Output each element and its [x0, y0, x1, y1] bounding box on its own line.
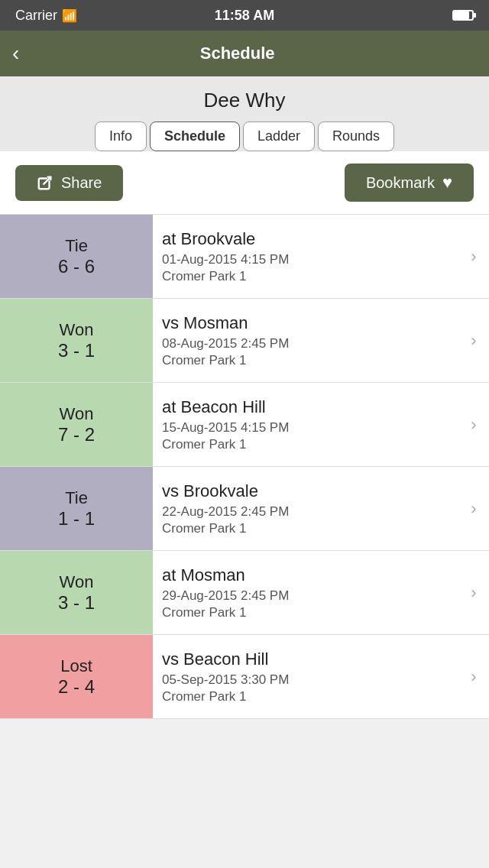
match-date: 29-Aug-2015 2:45 PM	[162, 588, 449, 604]
wifi-icon: 📶	[62, 8, 77, 23]
match-venue: Cromer Park 1	[162, 689, 449, 704]
result-score: 3 - 1	[58, 340, 95, 361]
match-venue: Cromer Park 1	[162, 521, 449, 536]
chevron-right-icon: ›	[458, 215, 489, 298]
header-section: Dee Why Info Schedule Ladder Rounds	[0, 76, 489, 151]
result-score: 3 - 1	[58, 592, 95, 614]
bookmark-button[interactable]: Bookmark ♥	[345, 164, 474, 202]
match-date: 01-Aug-2015 4:15 PM	[162, 252, 449, 267]
result-score: 1 - 1	[58, 508, 95, 530]
match-date: 22-Aug-2015 2:45 PM	[162, 504, 449, 520]
schedule-list: Tie 6 - 6 at Brookvale 01-Aug-2015 4:15 …	[0, 215, 489, 719]
schedule-row[interactable]: Won 3 - 1 vs Mosman 08-Aug-2015 2:45 PM …	[0, 299, 489, 383]
tab-schedule[interactable]: Schedule	[150, 121, 240, 151]
nav-bar: ‹ Schedule	[0, 31, 489, 76]
team-name: Dee Why	[0, 89, 489, 112]
chevron-right-icon: ›	[458, 635, 489, 718]
tab-rounds[interactable]: Rounds	[318, 121, 394, 151]
share-label: Share	[61, 174, 102, 192]
match-opponent: vs Beacon Hill	[162, 649, 449, 669]
heart-icon: ♥	[442, 173, 452, 193]
action-bar: Share Bookmark ♥	[0, 151, 489, 215]
match-info: at Brookvale 01-Aug-2015 4:15 PM Cromer …	[153, 215, 458, 298]
result-cell: Won 3 - 1	[0, 299, 153, 382]
match-opponent: at Brookvale	[162, 229, 449, 249]
match-info: at Mosman 29-Aug-2015 2:45 PM Cromer Par…	[153, 551, 458, 634]
result-score: 7 - 2	[58, 424, 95, 445]
chevron-right-icon: ›	[458, 551, 489, 634]
result-cell: Tie 6 - 6	[0, 215, 153, 298]
nav-title: Schedule	[31, 44, 443, 63]
match-opponent: vs Mosman	[162, 313, 449, 333]
result-cell: Lost 2 - 4	[0, 635, 153, 718]
match-opponent: at Mosman	[162, 565, 449, 585]
result-cell: Won 7 - 2	[0, 383, 153, 466]
match-info: at Beacon Hill 15-Aug-2015 4:15 PM Crome…	[153, 383, 458, 466]
carrier-label: Carrier	[15, 8, 57, 24]
battery-icon	[452, 10, 474, 21]
match-opponent: vs Brookvale	[162, 481, 449, 501]
match-venue: Cromer Park 1	[162, 269, 449, 284]
back-button[interactable]: ‹	[12, 43, 19, 64]
carrier-info: Carrier 📶	[15, 8, 77, 24]
result-cell: Tie 1 - 1	[0, 467, 153, 550]
match-venue: Cromer Park 1	[162, 353, 449, 368]
match-info: vs Mosman 08-Aug-2015 2:45 PM Cromer Par…	[153, 299, 458, 382]
tabs-bar: Info Schedule Ladder Rounds	[0, 121, 489, 151]
match-info: vs Brookvale 22-Aug-2015 2:45 PM Cromer …	[153, 467, 458, 550]
result-label: Tie	[65, 236, 88, 256]
chevron-right-icon: ›	[458, 383, 489, 466]
result-label: Tie	[65, 488, 88, 508]
schedule-row[interactable]: Lost 2 - 4 vs Beacon Hill 05-Sep-2015 3:…	[0, 635, 489, 719]
match-date: 15-Aug-2015 4:15 PM	[162, 420, 449, 436]
result-cell: Won 3 - 1	[0, 551, 153, 634]
schedule-row[interactable]: Tie 1 - 1 vs Brookvale 22-Aug-2015 2:45 …	[0, 467, 489, 551]
share-icon	[37, 174, 53, 191]
result-label: Won	[60, 320, 94, 340]
tab-ladder[interactable]: Ladder	[243, 121, 315, 151]
result-label: Lost	[60, 656, 92, 676]
bookmark-label: Bookmark	[366, 174, 435, 192]
match-venue: Cromer Park 1	[162, 437, 449, 452]
result-score: 2 - 4	[58, 676, 95, 698]
status-bar: Carrier 📶 11:58 AM	[0, 0, 489, 31]
status-time: 11:58 AM	[215, 8, 274, 24]
match-date: 08-Aug-2015 2:45 PM	[162, 336, 449, 351]
result-label: Won	[60, 404, 94, 424]
match-opponent: at Beacon Hill	[162, 397, 449, 417]
match-info: vs Beacon Hill 05-Sep-2015 3:30 PM Crome…	[153, 635, 458, 718]
chevron-right-icon: ›	[458, 299, 489, 382]
chevron-right-icon: ›	[458, 467, 489, 550]
schedule-row[interactable]: Won 7 - 2 at Beacon Hill 15-Aug-2015 4:1…	[0, 383, 489, 467]
schedule-row[interactable]: Won 3 - 1 at Mosman 29-Aug-2015 2:45 PM …	[0, 551, 489, 635]
result-label: Won	[60, 572, 94, 592]
result-score: 6 - 6	[58, 256, 95, 277]
match-date: 05-Sep-2015 3:30 PM	[162, 672, 449, 688]
match-venue: Cromer Park 1	[162, 605, 449, 620]
share-button[interactable]: Share	[15, 165, 123, 201]
tab-info[interactable]: Info	[95, 121, 147, 151]
schedule-row[interactable]: Tie 6 - 6 at Brookvale 01-Aug-2015 4:15 …	[0, 215, 489, 299]
